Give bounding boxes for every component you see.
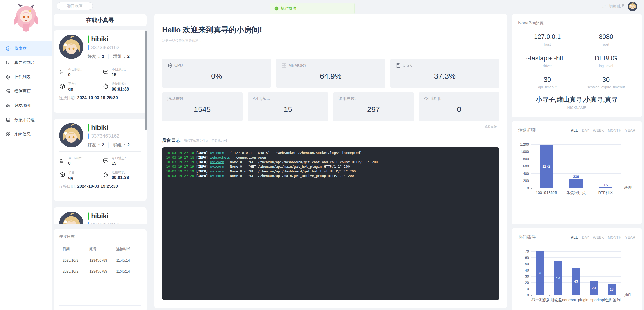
bar-value-label: 23 [592, 286, 596, 290]
mascot-logo-image [11, 2, 41, 34]
config-label: port [603, 42, 609, 46]
message-stat-cards: 消息总数: 1545 今日消息: 15 调用总数: 297 今日调用: 0 [162, 92, 499, 121]
table-cell: 11:45:14 [113, 266, 141, 277]
chart-tab-day[interactable]: DAY [582, 235, 589, 239]
database-icon [6, 117, 11, 123]
x-axis-title: 群聊 [624, 185, 632, 190]
chart-title: 热门插件 [518, 234, 536, 240]
sidebar-item-6[interactable]: 系统信息 [0, 127, 52, 141]
success-toast: 操作成功 [270, 3, 355, 14]
table-cell: 11:45:14 [113, 255, 141, 266]
bar-value-label: 54 [556, 276, 560, 280]
sidebar-item-4[interactable]: 好友/群组 [0, 98, 52, 113]
log-source-link[interactable]: uvicorn [210, 160, 224, 164]
sidebar-item-3[interactable]: 插件商店 [0, 84, 52, 98]
log-line: 10-03 19:27:18 [INFO] websockets | conne… [166, 155, 495, 160]
sidebar-item-5[interactable]: 数据库管理 [0, 113, 52, 127]
x-tick [621, 295, 621, 296]
friends-groups-row: 好友: 2 │ 群组: 2 [88, 142, 130, 148]
bot-card[interactable]: hibiki 3373463162 好友: 2 │ 群组: 2 今日调用: 0 … [54, 30, 147, 113]
chart-tab-month[interactable]: MONTH [608, 235, 621, 239]
stat-card-label: 消息总数: [167, 96, 238, 101]
table-cell: 2025/10/3 [59, 255, 86, 266]
name-accent-bar [88, 35, 89, 43]
y-tick-label: 200 [523, 179, 529, 183]
log-source-link[interactable]: uvicorn [210, 165, 224, 169]
chart-tab-year[interactable]: YEAR [625, 128, 635, 132]
swap-arrows-icon: ⇌ [602, 4, 606, 9]
account-avatar[interactable] [628, 2, 637, 11]
greeting-subtitle: 这是一场传奇的冒险旅途... [162, 38, 499, 43]
sidebar-item-0[interactable]: 仪表盘 [0, 41, 52, 56]
bot-list-scrollbar[interactable] [145, 30, 147, 224]
x-tick [549, 295, 550, 296]
y-tick-label: 1,200 [520, 142, 529, 146]
x-axis-title: 插件 [624, 292, 632, 297]
chart-tab-week[interactable]: WEEK [593, 128, 604, 132]
gridline [531, 251, 621, 252]
sidebar-item-2[interactable]: 插件列表 [0, 70, 52, 84]
today-call-stat: 今日调用: 0 [59, 67, 103, 77]
port-settings-button[interactable]: 端口设置 [57, 2, 93, 10]
app-logo [0, 0, 52, 38]
today-message-stat: 今日消息: 15 [103, 156, 141, 166]
bot-card[interactable]: hibiki 3373463162 好友: 2 │ 群组: 2 今日调用: 0 … [54, 119, 147, 201]
stat-card-value: 1545 [167, 105, 238, 114]
config-cell-api_timeout: 30 api_timeout [518, 72, 577, 93]
chart-tab-year[interactable]: YEAR [625, 235, 635, 239]
chart-panel-0: 活跃群聊 ALLDAYWEEKMONTHYEAR 1,2001,00080060… [512, 121, 642, 224]
x-tick [585, 295, 585, 296]
stat-card-label: 调用总数: [338, 96, 409, 101]
online-bots-title: 在线小真寻 [54, 14, 147, 26]
config-value: 30 [544, 76, 551, 83]
chart-panel-1: 热门插件 ALLDAYWEEKMONTHYEAR 706050403020100… [512, 228, 642, 310]
chart-plot-area: 117223616群聊 [531, 144, 621, 188]
connection-log-table: 日期账号连接时长2025/10/312345678911:45:142025/1… [59, 243, 141, 306]
chart-tab-month[interactable]: MONTH [608, 128, 621, 132]
backend-log-terminal[interactable]: 10-03 19:27:18 [INFO] uvicorn | ('127.0.… [162, 147, 499, 300]
platform-cube-icon [59, 172, 66, 178]
switch-account-button[interactable]: ⇌ 切换账号 [602, 2, 637, 11]
log-source-link[interactable]: websockets [210, 156, 230, 159]
bot-avatar [59, 35, 83, 59]
backend-log-subtitle: 虽然不知道为什么，但是视力+1 [184, 139, 227, 143]
call-arrow-icon [59, 157, 66, 164]
stat-card: 今日调用: 0 [419, 92, 500, 121]
uid-accent-bar [88, 45, 89, 50]
bar-RTF社区 [599, 187, 612, 188]
bot-list-scrollbar-thumb[interactable] [145, 31, 147, 130]
bot-name: hibiki [91, 212, 108, 220]
config-cell-port: 8080 port [577, 29, 636, 50]
log-source-link[interactable]: uvicorn [210, 151, 224, 155]
y-tick-label: 20 [525, 281, 529, 285]
bar-value-label: 1172 [542, 164, 550, 169]
today-call-stat: 今日调用: 0 [59, 156, 103, 166]
chart-tab-day[interactable]: DAY [582, 128, 589, 132]
bot-card[interactable]: hibiki 3373463162 好友: 2 │ 群组: 2 今日调用: 0 … [54, 207, 147, 224]
x-tick [561, 188, 561, 189]
toast-text: 操作成功 [281, 6, 296, 11]
platform-stat: 平台: qq [59, 82, 103, 92]
table-cell: 2025/10/2 [59, 266, 86, 277]
log-line: 10-03 19:27:19 [INFO] uvicorn | None:0 -… [166, 160, 495, 164]
y-tick-label: 70 [525, 249, 529, 253]
see-more-link[interactable]: 查看更多... [162, 124, 499, 129]
log-source-link[interactable]: uvicorn [210, 169, 224, 173]
chart-tab-week[interactable]: WEEK [593, 235, 604, 239]
online-bots-list[interactable]: hibiki 3373463162 好友: 2 │ 群组: 2 今日调用: 0 … [54, 30, 147, 224]
config-value: ~fastapi+~htt... [526, 55, 568, 62]
x-category-label: 色图 [605, 298, 613, 302]
sidebar-item-1[interactable]: 真寻控制台 [0, 56, 52, 70]
stat-card-value: 15 [253, 105, 323, 114]
switch-account-label: 切换账号 [609, 4, 625, 9]
config-value: 127.0.0.1 [534, 33, 561, 41]
system-card-disk: DISK 37.3% [390, 59, 499, 88]
chart-tab-all[interactable]: ALL [571, 128, 578, 132]
chart-tab-all[interactable]: ALL [571, 235, 578, 239]
chart-plot-area: 7054432318插件 [531, 251, 621, 295]
log-source-link[interactable]: uvicorn [210, 174, 224, 178]
bot-name: hibiki [91, 35, 108, 43]
plugin-store-icon [6, 89, 11, 94]
online-bots-column: 在线小真寻 hibiki 3373463162 好友: 2 │ 群组: 2 今日… [54, 14, 147, 310]
x-category-label: RTF社区 [591, 190, 621, 195]
